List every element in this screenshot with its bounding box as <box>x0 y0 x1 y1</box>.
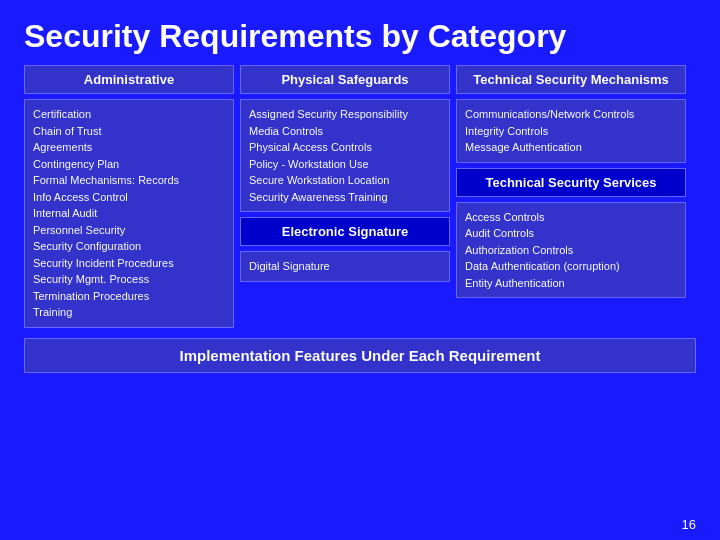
admin-item: Training <box>33 304 225 321</box>
tech-mech-item: Message Authentication <box>465 139 677 156</box>
tech-mech-item: Communications/Network Controls <box>465 106 677 123</box>
physical-item: Assigned Security Responsibility <box>249 106 441 123</box>
physical-item: Physical Access Controls <box>249 139 441 156</box>
physical-header: Physical Safeguards <box>240 65 450 94</box>
administrative-items: Certification Chain of Trust Agreements … <box>24 99 234 328</box>
electronic-items: Digital Signature <box>240 251 450 282</box>
admin-item: Personnel Security <box>33 222 225 239</box>
administrative-column: Administrative Certification Chain of Tr… <box>24 65 234 328</box>
tech-service-item: Data Authentication (corruption) <box>465 258 677 275</box>
technical-column: Technical Security Mechanisms Communicat… <box>456 65 686 328</box>
technical-services-items: Access Controls Audit Controls Authoriza… <box>456 202 686 299</box>
administrative-header: Administrative <box>24 65 234 94</box>
main-grid: Administrative Certification Chain of Tr… <box>0 65 720 328</box>
tech-service-item: Access Controls <box>465 209 677 226</box>
physical-item: Secure Workstation Location <box>249 172 441 189</box>
admin-item: Formal Mechanisms: Records <box>33 172 225 189</box>
admin-item: Chain of Trust <box>33 123 225 140</box>
physical-item: Media Controls <box>249 123 441 140</box>
page-title: Security Requirements by Category <box>0 0 720 65</box>
physical-item: Security Awareness Training <box>249 189 441 206</box>
admin-item: Security Incident Procedures <box>33 255 225 272</box>
admin-item: Certification <box>33 106 225 123</box>
admin-item: Termination Procedures <box>33 288 225 305</box>
admin-item: Internal Audit <box>33 205 225 222</box>
electronic-signature-header: Electronic Signature <box>240 217 450 246</box>
physical-item: Policy - Workstation Use <box>249 156 441 173</box>
tech-mech-item: Integrity Controls <box>465 123 677 140</box>
electronic-item: Digital Signature <box>249 258 441 275</box>
technical-mechanisms-header: Technical Security Mechanisms <box>456 65 686 94</box>
tech-service-item: Audit Controls <box>465 225 677 242</box>
tech-service-item: Entity Authentication <box>465 275 677 292</box>
physical-items: Assigned Security Responsibility Media C… <box>240 99 450 212</box>
admin-item: Agreements <box>33 139 225 156</box>
page-number: 16 <box>682 517 696 532</box>
admin-item: Info Access Control <box>33 189 225 206</box>
admin-item: Security Mgmt. Process <box>33 271 225 288</box>
tech-service-item: Authorization Controls <box>465 242 677 259</box>
technical-mechanisms-items: Communications/Network Controls Integrit… <box>456 99 686 163</box>
physical-column: Physical Safeguards Assigned Security Re… <box>240 65 450 328</box>
admin-item: Contingency Plan <box>33 156 225 173</box>
admin-item: Security Configuration <box>33 238 225 255</box>
technical-services-header: Technical Security Services <box>456 168 686 197</box>
implementation-banner: Implementation Features Under Each Requi… <box>24 338 696 373</box>
